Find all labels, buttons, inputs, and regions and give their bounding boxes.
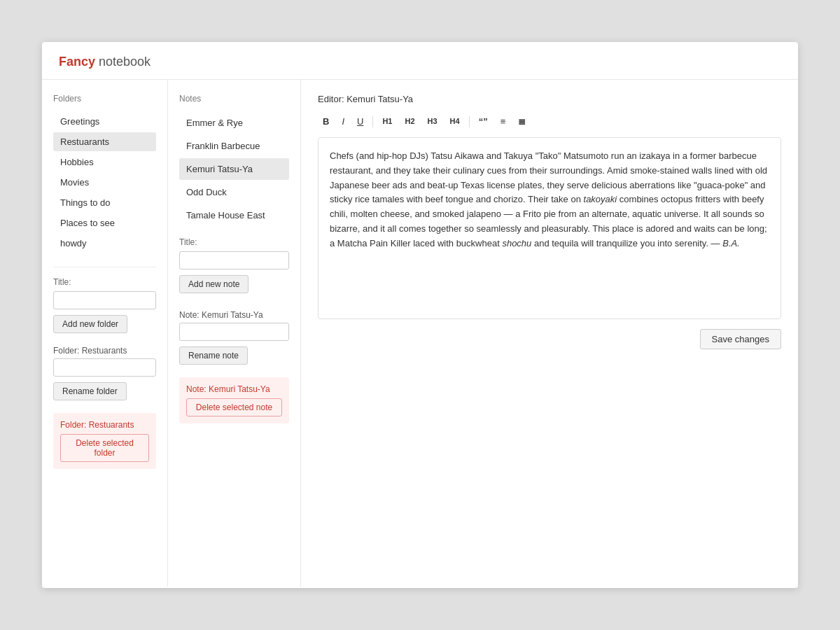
add-folder-title-input[interactable] [53,291,156,309]
folders-header: Folders [53,94,156,104]
note-item-franklin[interactable]: Franklin Barbecue [179,135,289,157]
folder-item-places-to-see[interactable]: Places to see [53,214,156,232]
editor-header: Editor: Kemuri Tatsu-Ya [318,94,781,104]
add-folder-button[interactable]: Add new folder [53,315,127,333]
add-note-title-label: Title: [179,237,289,247]
rename-note-section: Note: Kemuri Tatsu-Ya Rename note [179,310,289,370]
delete-folder-button[interactable]: Delete selected folder [60,434,149,462]
folder-item-restuarants[interactable]: Restuarants [53,132,156,151]
toolbar-divider-2 [469,116,470,127]
notes-column: Notes Emmer & Rye Franklin Barbecue Kemu… [168,80,301,587]
app-title-fancy: Fancy [59,55,95,69]
list-ol-button[interactable]: ≣ [513,114,531,129]
folder-item-things-to-do[interactable]: Things to do [53,193,156,212]
note-item-kemuri[interactable]: Kemuri Tatsu-Ya [179,158,289,180]
note-item-emmer[interactable]: Emmer & Rye [179,112,289,134]
h4-button[interactable]: H4 [445,115,465,128]
h2-button[interactable]: H2 [400,115,419,128]
folder-list: Greetings Restuarants Hobbies Movies Thi… [53,112,156,253]
divider-1 [53,267,156,267]
delete-note-label: Note: Kemuri Tatsu-Ya [186,384,282,394]
editor-content-area[interactable]: Chefs (and hip-hop DJs) Tatsu Aikawa and… [318,137,781,319]
note-item-odd-duck[interactable]: Odd Duck [179,181,289,203]
rename-note-label: Note: Kemuri Tatsu-Ya [179,310,289,320]
folder-item-movies[interactable]: Movies [53,173,156,192]
editor-note-name: Kemuri Tatsu-Ya [346,94,413,104]
note-item-tamale[interactable]: Tamale House East [179,204,289,226]
toolbar-divider-1 [372,116,373,127]
note-list: Emmer & Rye Franklin Barbecue Kemuri Tat… [179,112,289,226]
h1-button[interactable]: H1 [377,115,397,128]
rename-folder-label: Folder: Restuarants [53,346,156,356]
rename-note-input[interactable] [179,323,289,341]
rename-folder-button[interactable]: Rename folder [53,382,127,400]
folder-item-hobbies[interactable]: Hobbies [53,153,156,172]
delete-folder-label: Folder: Restuarants [60,420,149,430]
folder-item-greetings[interactable]: Greetings [53,112,156,131]
notes-header: Notes [179,94,289,104]
save-row: Save changes [318,329,781,349]
add-note-button[interactable]: Add new note [179,275,248,293]
editor-toolbar: B I U H1 H2 H3 H4 “” ≡ ≣ [318,114,781,129]
rename-folder-section: Folder: Restuarants Rename folder [53,346,156,406]
delete-note-button[interactable]: Delete selected note [186,398,282,416]
add-note-title-input[interactable] [179,251,289,270]
add-note-section: Title: Add new note [179,237,289,299]
rename-note-button[interactable]: Rename note [179,346,248,365]
list-ul-button[interactable]: ≡ [496,114,511,129]
folder-item-howdy[interactable]: howdy [53,234,156,253]
delete-folder-section: Folder: Restuarants Delete selected fold… [53,413,156,469]
bold-button[interactable]: B [318,114,334,129]
save-changes-button[interactable]: Save changes [700,329,781,349]
underline-button[interactable]: U [352,114,368,129]
rename-folder-input[interactable] [53,358,156,377]
editor-column: Editor: Kemuri Tatsu-Ya B I U H1 H2 H3 H… [301,80,798,587]
italic-button[interactable]: I [337,114,349,129]
quote-button[interactable]: “” [474,114,493,129]
folders-column: Folders Greetings Restuarants Hobbies Mo… [42,80,168,587]
delete-note-section: Note: Kemuri Tatsu-Ya Delete selected no… [179,377,289,424]
add-folder-title-label: Title: [53,277,156,287]
app-title-rest: notebook [95,55,150,69]
h3-button[interactable]: H3 [423,115,442,128]
